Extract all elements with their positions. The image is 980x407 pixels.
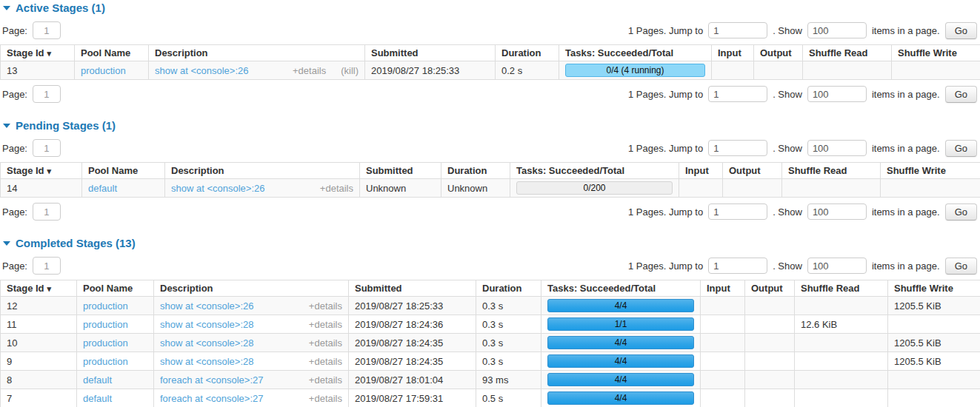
col-duration[interactable]: Duration xyxy=(476,280,541,297)
pool-name-cell: default xyxy=(77,389,154,407)
kill-link[interactable]: (kill) xyxy=(341,65,359,76)
submitted-cell: 2019/08/27 18:01:04 xyxy=(349,371,476,389)
pager-row: Page:1 Pages. Jump to. Showitems in a pa… xyxy=(0,198,980,226)
duration-cell: Unknown xyxy=(441,179,510,198)
col-stage-id[interactable]: Stage Id▾ xyxy=(1,163,82,179)
page-number-input[interactable] xyxy=(33,85,61,103)
pool-name-link[interactable]: production xyxy=(83,319,128,330)
description-link[interactable]: show at <console>:26 xyxy=(160,300,253,312)
jump-to-page-input[interactable] xyxy=(708,22,767,38)
col-shuffle-write[interactable]: Shuffle Write xyxy=(892,45,980,61)
pool-name-link[interactable]: production xyxy=(81,65,126,76)
pool-name-link[interactable]: default xyxy=(83,393,112,404)
shuffle-read-cell: 12.6 KiB xyxy=(795,315,888,334)
pool-name-link[interactable]: production xyxy=(83,337,128,349)
col-shuffle-read[interactable]: Shuffle Read xyxy=(803,45,892,61)
col-output[interactable]: Output xyxy=(754,45,803,61)
description-cell: show at <console>:28+details xyxy=(154,334,349,352)
page-size-input[interactable] xyxy=(807,258,867,274)
pool-name-cell: default xyxy=(82,179,165,198)
description-link[interactable]: show at <console>:28 xyxy=(160,319,253,330)
details-toggle[interactable]: +details xyxy=(309,356,342,367)
input-cell xyxy=(701,315,745,334)
col-description[interactable]: Description xyxy=(149,45,365,61)
pool-name-link[interactable]: production xyxy=(83,356,128,367)
col-label: Pool Name xyxy=(88,165,138,176)
details-toggle[interactable]: +details xyxy=(309,374,342,386)
col-shuffle-write[interactable]: Shuffle Write xyxy=(881,163,980,179)
tasks-progress-label: 4/4 xyxy=(615,337,627,348)
go-button[interactable]: Go xyxy=(945,258,977,275)
tasks-progress-bar: 1/1 xyxy=(547,317,694,331)
section-heading-active[interactable]: Active Stages (1) xyxy=(3,1,980,14)
go-button[interactable]: Go xyxy=(945,204,977,221)
description-link[interactable]: foreach at <console>:27 xyxy=(160,374,264,386)
jump-to-page-input[interactable] xyxy=(708,86,767,102)
description-wrap: show at <console>:26+details xyxy=(160,300,342,312)
details-toggle[interactable]: +details xyxy=(320,183,353,194)
jump-to-page-input[interactable] xyxy=(708,258,767,274)
details-toggle[interactable]: +details xyxy=(293,65,326,76)
description-link[interactable]: show at <console>:26 xyxy=(171,183,264,194)
col-tasks-succeeded-total[interactable]: Tasks: Succeeded/Total xyxy=(541,280,701,297)
spark-stages-page: Active Stages (1)Page:1 Pages. Jump to. … xyxy=(0,1,980,407)
col-input[interactable]: Input xyxy=(679,163,723,179)
col-stage-id[interactable]: Stage Id▾ xyxy=(1,45,75,61)
col-input[interactable]: Input xyxy=(712,45,754,61)
col-tasks-succeeded-total[interactable]: Tasks: Succeeded/Total xyxy=(559,45,712,61)
section-heading-completed[interactable]: Completed Stages (13) xyxy=(3,237,980,249)
section-heading-pending[interactable]: Pending Stages (1) xyxy=(3,119,980,132)
col-input[interactable]: Input xyxy=(701,280,745,297)
page-size-input[interactable] xyxy=(807,204,867,220)
go-button[interactable]: Go xyxy=(945,140,977,157)
stages-table-active: Stage Id▾Pool NameDescriptionSubmittedDu… xyxy=(0,44,980,80)
col-output[interactable]: Output xyxy=(745,280,795,297)
col-output[interactable]: Output xyxy=(723,163,782,179)
pool-name-cell: default xyxy=(77,371,154,389)
pool-name-link[interactable]: production xyxy=(83,300,128,312)
show-label: . Show xyxy=(773,143,802,154)
description-link[interactable]: show at <console>:28 xyxy=(160,356,253,367)
col-label: Submitted xyxy=(366,165,413,176)
col-shuffle-write[interactable]: Shuffle Write xyxy=(888,280,980,297)
pool-name-link[interactable]: default xyxy=(83,374,112,386)
details-toggle[interactable]: +details xyxy=(309,319,342,330)
col-label: Stage Id xyxy=(7,165,44,176)
jump-to-page-input[interactable] xyxy=(708,140,767,156)
col-submitted[interactable]: Submitted xyxy=(360,163,441,179)
col-tasks-succeeded-total[interactable]: Tasks: Succeeded/Total xyxy=(510,163,679,179)
col-description[interactable]: Description xyxy=(154,280,349,297)
description-link[interactable]: show at <console>:28 xyxy=(160,337,253,349)
col-pool-name[interactable]: Pool Name xyxy=(75,45,149,61)
col-submitted[interactable]: Submitted xyxy=(365,45,496,61)
col-submitted[interactable]: Submitted xyxy=(349,280,476,297)
pool-name-link[interactable]: default xyxy=(88,183,117,194)
col-stage-id[interactable]: Stage Id▾ xyxy=(1,280,77,297)
page-number-input[interactable] xyxy=(33,203,61,221)
page-size-input[interactable] xyxy=(807,86,867,102)
description-link[interactable]: foreach at <console>:27 xyxy=(160,393,264,404)
col-description[interactable]: Description xyxy=(165,163,360,179)
page-size-input[interactable] xyxy=(807,22,867,38)
submitted-cell: Unknown xyxy=(360,179,441,198)
page-number-input[interactable] xyxy=(33,257,61,275)
collapse-arrow-icon xyxy=(3,241,10,246)
col-pool-name[interactable]: Pool Name xyxy=(82,163,165,179)
description-link[interactable]: show at <console>:26 xyxy=(155,65,248,76)
details-toggle[interactable]: +details xyxy=(309,337,342,349)
col-duration[interactable]: Duration xyxy=(496,45,559,61)
go-button[interactable]: Go xyxy=(945,86,977,103)
col-duration[interactable]: Duration xyxy=(441,163,510,179)
col-pool-name[interactable]: Pool Name xyxy=(77,280,154,297)
col-shuffle-read[interactable]: Shuffle Read xyxy=(795,280,888,297)
col-label: Submitted xyxy=(355,283,402,294)
page-size-input[interactable] xyxy=(807,140,867,156)
page-number-input[interactable] xyxy=(33,21,61,39)
go-button[interactable]: Go xyxy=(945,22,977,39)
col-label: Tasks: Succeeded/Total xyxy=(565,47,673,58)
col-shuffle-read[interactable]: Shuffle Read xyxy=(782,163,881,179)
jump-to-page-input[interactable] xyxy=(708,204,767,220)
page-number-input[interactable] xyxy=(33,139,61,157)
details-toggle[interactable]: +details xyxy=(309,300,342,312)
details-toggle[interactable]: +details xyxy=(309,393,342,404)
